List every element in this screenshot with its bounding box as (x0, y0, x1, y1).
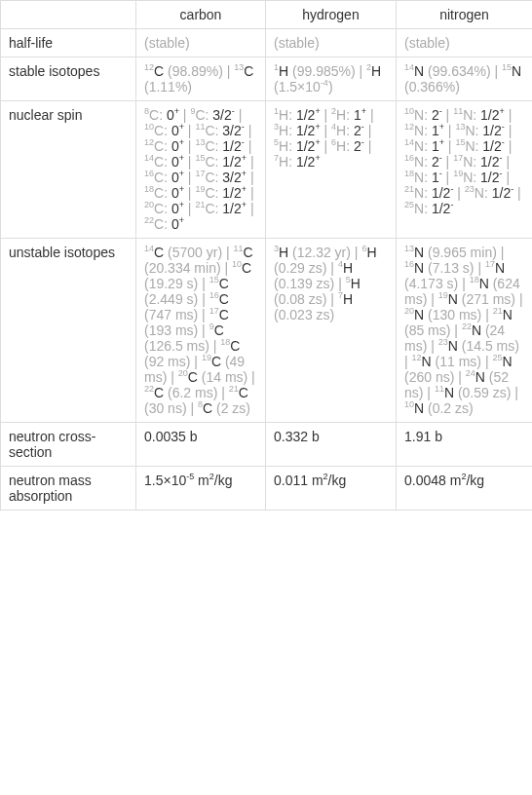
mass-number: 12 (144, 137, 154, 147)
separator: | (223, 63, 234, 79)
isotope-id: 11N: (453, 107, 480, 123)
row-stable-isotopes: stable isotopes 12C (98.89%) | 13C (1.11… (1, 57, 533, 101)
isotope-detail: (4.173 s) (404, 276, 458, 291)
element-symbol: H (366, 245, 376, 260)
mass-number: 14 (404, 62, 414, 72)
element-symbol: C (242, 260, 251, 276)
element-symbol: H (279, 63, 288, 79)
spin-value: 1/2 (222, 201, 241, 216)
isotope-id: 13N: (455, 123, 482, 138)
spin-sign: - (450, 200, 453, 209)
separator: | (515, 291, 523, 307)
separator: | (321, 123, 331, 138)
mass-number: 14 (144, 153, 154, 163)
cell-value: 13N (9.965 min) | 16N (7.13 s) | 17N (4.… (397, 239, 533, 423)
spin-value: 2 (354, 138, 361, 154)
cell-value: (stable) (397, 29, 533, 57)
element-symbol: N (495, 260, 505, 276)
mass-number: 14 (404, 137, 414, 147)
isotope-detail: (99.985%) (288, 63, 355, 79)
separator: | (247, 201, 254, 216)
spin-value: 1/2 (296, 138, 315, 154)
isotope-id: 18N: (404, 170, 432, 185)
mass-number: 21 (493, 306, 503, 316)
isotope-id: 12N: (404, 123, 432, 138)
mass-number: 16 (209, 290, 219, 300)
mass-number: 15 (455, 137, 465, 147)
isotope-detail: (14.5 ms) (458, 338, 519, 354)
isotope-detail: (1.5×10 (274, 79, 321, 95)
separator: | (326, 260, 337, 276)
separator: | (364, 138, 372, 154)
isotope-detail: (85 ms) (404, 322, 450, 338)
mass-number: 11 (435, 384, 444, 394)
mass-number: 18 (144, 184, 154, 194)
element-symbol: N (444, 385, 454, 400)
mass-number: 16 (404, 153, 414, 163)
mass-number: 11 (195, 122, 205, 132)
isotope-detail: (0.29 zs) (274, 260, 326, 276)
isotope-id: 10C: (144, 123, 171, 138)
separator: | (321, 138, 331, 154)
separator: | (505, 138, 513, 154)
element-symbol: N (414, 245, 424, 260)
separator: | (190, 354, 201, 369)
separator: | (321, 107, 331, 123)
mass-number: 8 (144, 106, 149, 116)
mass-number: 2 (331, 106, 336, 116)
unit-part: m (194, 473, 209, 488)
separator: | (427, 291, 437, 307)
element-symbol: N (448, 338, 458, 354)
mass-number: 23 (465, 184, 475, 194)
element-symbol: C (188, 369, 198, 385)
separator: | (505, 123, 513, 138)
mass-number: 12 (144, 62, 154, 72)
isotope-id: 13C: (195, 138, 222, 154)
separator: | (245, 138, 252, 154)
element-symbol: C (211, 354, 221, 369)
separator: | (247, 369, 255, 385)
spin-value: 1/2 (480, 154, 499, 170)
spin-value: 1/2 (222, 154, 241, 170)
isotope-detail: (0.08 zs) (274, 291, 326, 307)
cell-value: 3H (12.32 yr) | 6H (0.29 zs) | 4H (0.139… (266, 239, 397, 423)
isotope-detail-tail: ) (328, 79, 333, 95)
isotope-detail: (92 ms) (144, 354, 190, 369)
spin-value: 0 (171, 170, 179, 185)
separator: | (454, 369, 465, 385)
property-comparison-table: carbon hydrogen nitrogen half-life (stab… (0, 0, 532, 511)
isotope-id: 2H: (331, 107, 354, 123)
isotope-id: 20C: (144, 201, 171, 216)
mass-number: 11 (453, 106, 463, 116)
separator: | (513, 185, 521, 201)
separator: | (184, 123, 195, 138)
isotope-id: 19C: (195, 185, 222, 201)
isotope-detail: (1.11%) (144, 79, 192, 95)
isotope-id: 6H: (331, 138, 354, 154)
element-symbol: H (279, 245, 288, 260)
spin-value: 0 (171, 216, 179, 232)
separator: | (184, 138, 195, 154)
mass-number: 15 (195, 153, 205, 163)
cell-value: 0.011 m2/kg (266, 467, 397, 511)
isotope-id: 17N: (453, 154, 480, 170)
header-row: carbon hydrogen nitrogen (1, 1, 533, 29)
separator: | (247, 185, 254, 201)
row-label: nuclear spin (1, 101, 136, 239)
element-symbol: N (422, 354, 432, 369)
element-symbol: C (219, 291, 229, 307)
mass-number: 19 (453, 169, 463, 178)
spin-value: 1/2 (482, 138, 501, 154)
separator: | (481, 307, 492, 322)
row-label: unstable isotopes (1, 239, 136, 423)
separator: | (245, 123, 252, 138)
mass-number: 22 (144, 384, 154, 394)
isotope-id: 11C: (195, 123, 222, 138)
element-symbol: N (414, 260, 424, 276)
separator: | (427, 338, 437, 354)
element-symbol: H (343, 260, 353, 276)
element-symbol: N (414, 63, 424, 79)
separator: | (184, 185, 195, 201)
separator: | (326, 291, 337, 307)
cell-value: 10N: 2- | 11N: 1/2+ | 12N: 1+ | 13N: 1/2… (397, 101, 533, 239)
